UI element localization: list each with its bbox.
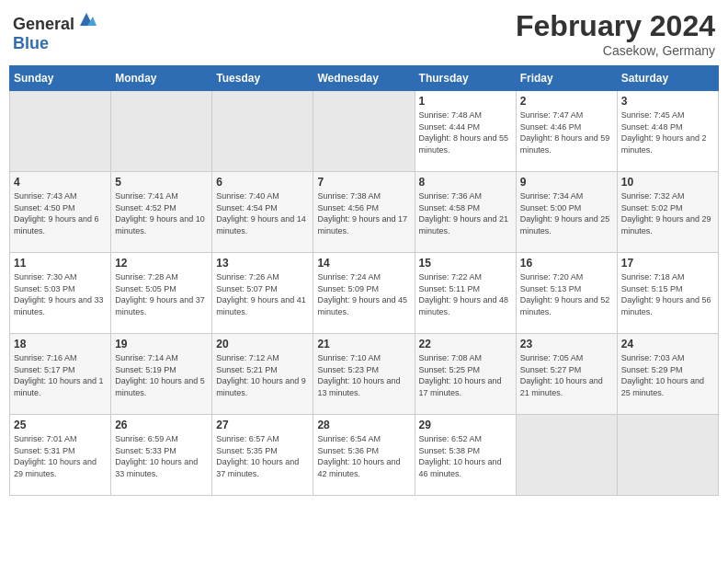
calendar-cell <box>313 91 415 172</box>
calendar-cell <box>111 91 212 172</box>
cell-info: Sunrise: 7:26 AM Sunset: 5:07 PM Dayligh… <box>216 271 309 317</box>
cell-info: Sunrise: 7:20 AM Sunset: 5:13 PM Dayligh… <box>520 271 613 317</box>
cell-info: Sunrise: 7:36 AM Sunset: 4:58 PM Dayligh… <box>419 190 512 236</box>
title-month: February 2024 <box>516 9 715 43</box>
calendar-cell: 13Sunrise: 7:26 AM Sunset: 5:07 PM Dayli… <box>212 253 313 334</box>
cell-info: Sunrise: 6:57 AM Sunset: 5:35 PM Dayligh… <box>216 433 309 479</box>
day-number: 26 <box>115 419 208 431</box>
cell-info: Sunrise: 6:52 AM Sunset: 5:38 PM Dayligh… <box>419 433 512 479</box>
cell-info: Sunrise: 7:18 AM Sunset: 5:15 PM Dayligh… <box>621 271 714 317</box>
calendar-cell <box>617 415 718 496</box>
calendar-week-2: 4Sunrise: 7:43 AM Sunset: 4:50 PM Daylig… <box>10 172 719 253</box>
logo-text-blue: Blue <box>13 34 49 52</box>
calendar-week-1: 1Sunrise: 7:48 AM Sunset: 4:44 PM Daylig… <box>10 91 719 172</box>
calendar-cell: 27Sunrise: 6:57 AM Sunset: 5:35 PM Dayli… <box>212 415 313 496</box>
calendar-cell: 12Sunrise: 7:28 AM Sunset: 5:05 PM Dayli… <box>111 253 212 334</box>
calendar-cell <box>212 91 313 172</box>
calendar-cell: 8Sunrise: 7:36 AM Sunset: 4:58 PM Daylig… <box>415 172 516 253</box>
day-number: 17 <box>621 257 714 270</box>
cell-info: Sunrise: 7:48 AM Sunset: 4:44 PM Dayligh… <box>419 109 512 155</box>
day-number: 10 <box>621 176 714 189</box>
cell-info: Sunrise: 7:10 AM Sunset: 5:23 PM Dayligh… <box>317 352 410 398</box>
title-block: February 2024 Casekow, Germany <box>516 9 715 58</box>
calendar-cell: 24Sunrise: 7:03 AM Sunset: 5:29 PM Dayli… <box>617 334 718 415</box>
day-number: 4 <box>14 176 107 189</box>
cell-info: Sunrise: 7:32 AM Sunset: 5:02 PM Dayligh… <box>621 190 714 236</box>
day-header-tuesday: Tuesday <box>212 66 313 91</box>
day-number: 25 <box>14 419 107 431</box>
cell-info: Sunrise: 7:30 AM Sunset: 5:03 PM Dayligh… <box>14 271 107 317</box>
calendar-cell: 23Sunrise: 7:05 AM Sunset: 5:27 PM Dayli… <box>516 334 617 415</box>
calendar-cell: 14Sunrise: 7:24 AM Sunset: 5:09 PM Dayli… <box>313 253 415 334</box>
day-number: 3 <box>621 95 714 108</box>
calendar-cell <box>10 91 111 172</box>
day-number: 18 <box>14 338 107 350</box>
cell-info: Sunrise: 7:47 AM Sunset: 4:46 PM Dayligh… <box>520 109 613 155</box>
cell-info: Sunrise: 7:12 AM Sunset: 5:21 PM Dayligh… <box>216 352 309 398</box>
day-number: 9 <box>520 176 613 189</box>
calendar-cell: 2Sunrise: 7:47 AM Sunset: 4:46 PM Daylig… <box>516 91 617 172</box>
calendar-cell: 20Sunrise: 7:12 AM Sunset: 5:21 PM Dayli… <box>212 334 313 415</box>
day-number: 28 <box>317 419 410 431</box>
cell-info: Sunrise: 7:41 AM Sunset: 4:52 PM Dayligh… <box>115 190 208 236</box>
day-header-thursday: Thursday <box>415 66 516 91</box>
calendar-week-5: 25Sunrise: 7:01 AM Sunset: 5:31 PM Dayli… <box>10 415 719 496</box>
day-header-monday: Monday <box>111 66 212 91</box>
day-header-saturday: Saturday <box>617 66 718 91</box>
day-number: 23 <box>520 338 613 350</box>
day-number: 21 <box>317 338 410 350</box>
calendar-week-3: 11Sunrise: 7:30 AM Sunset: 5:03 PM Dayli… <box>10 253 719 334</box>
calendar-cell: 9Sunrise: 7:34 AM Sunset: 5:00 PM Daylig… <box>516 172 617 253</box>
calendar-cell: 7Sunrise: 7:38 AM Sunset: 4:56 PM Daylig… <box>313 172 415 253</box>
cell-info: Sunrise: 6:54 AM Sunset: 5:36 PM Dayligh… <box>317 433 410 479</box>
calendar-cell: 6Sunrise: 7:40 AM Sunset: 4:54 PM Daylig… <box>212 172 313 253</box>
day-number: 1 <box>419 95 512 108</box>
cell-info: Sunrise: 6:59 AM Sunset: 5:33 PM Dayligh… <box>115 433 208 479</box>
calendar-header-row: SundayMondayTuesdayWednesdayThursdayFrid… <box>10 66 719 91</box>
day-number: 15 <box>419 257 512 270</box>
calendar-cell: 18Sunrise: 7:16 AM Sunset: 5:17 PM Dayli… <box>10 334 111 415</box>
calendar-cell: 5Sunrise: 7:41 AM Sunset: 4:52 PM Daylig… <box>111 172 212 253</box>
calendar-cell <box>516 415 617 496</box>
cell-info: Sunrise: 7:16 AM Sunset: 5:17 PM Dayligh… <box>14 352 107 398</box>
day-number: 12 <box>115 257 208 270</box>
calendar-cell: 10Sunrise: 7:32 AM Sunset: 5:02 PM Dayli… <box>617 172 718 253</box>
day-number: 5 <box>115 176 208 189</box>
day-number: 2 <box>520 95 613 108</box>
day-number: 13 <box>216 257 309 270</box>
day-number: 29 <box>419 419 512 431</box>
cell-info: Sunrise: 7:03 AM Sunset: 5:29 PM Dayligh… <box>621 352 714 398</box>
cell-info: Sunrise: 7:14 AM Sunset: 5:19 PM Dayligh… <box>115 352 208 398</box>
calendar-cell: 21Sunrise: 7:10 AM Sunset: 5:23 PM Dayli… <box>313 334 415 415</box>
calendar-cell: 17Sunrise: 7:18 AM Sunset: 5:15 PM Dayli… <box>617 253 718 334</box>
calendar-cell: 19Sunrise: 7:14 AM Sunset: 5:19 PM Dayli… <box>111 334 212 415</box>
cell-info: Sunrise: 7:45 AM Sunset: 4:48 PM Dayligh… <box>621 109 714 155</box>
cell-info: Sunrise: 7:28 AM Sunset: 5:05 PM Dayligh… <box>115 271 208 317</box>
logo-icon <box>76 9 97 29</box>
calendar-cell: 28Sunrise: 6:54 AM Sunset: 5:36 PM Dayli… <box>313 415 415 496</box>
title-location: Casekow, Germany <box>516 43 715 58</box>
day-number: 14 <box>317 257 410 270</box>
day-number: 27 <box>216 419 309 431</box>
cell-info: Sunrise: 7:34 AM Sunset: 5:00 PM Dayligh… <box>520 190 613 236</box>
day-number: 6 <box>216 176 309 189</box>
cell-info: Sunrise: 7:43 AM Sunset: 4:50 PM Dayligh… <box>14 190 107 236</box>
calendar-body: 1Sunrise: 7:48 AM Sunset: 4:44 PM Daylig… <box>10 91 719 496</box>
day-header-wednesday: Wednesday <box>313 66 415 91</box>
calendar-cell: 22Sunrise: 7:08 AM Sunset: 5:25 PM Dayli… <box>415 334 516 415</box>
day-number: 16 <box>520 257 613 270</box>
cell-info: Sunrise: 7:38 AM Sunset: 4:56 PM Dayligh… <box>317 190 410 236</box>
calendar-cell: 3Sunrise: 7:45 AM Sunset: 4:48 PM Daylig… <box>617 91 718 172</box>
day-number: 7 <box>317 176 410 189</box>
cell-info: Sunrise: 7:24 AM Sunset: 5:09 PM Dayligh… <box>317 271 410 317</box>
calendar-week-4: 18Sunrise: 7:16 AM Sunset: 5:17 PM Dayli… <box>10 334 719 415</box>
calendar-cell: 4Sunrise: 7:43 AM Sunset: 4:50 PM Daylig… <box>10 172 111 253</box>
day-number: 22 <box>419 338 512 350</box>
calendar-cell: 25Sunrise: 7:01 AM Sunset: 5:31 PM Dayli… <box>10 415 111 496</box>
calendar-cell: 16Sunrise: 7:20 AM Sunset: 5:13 PM Dayli… <box>516 253 617 334</box>
page-header: General Blue February 2024 Casekow, Germ… <box>9 9 719 58</box>
calendar-cell: 11Sunrise: 7:30 AM Sunset: 5:03 PM Dayli… <box>10 253 111 334</box>
calendar-cell: 15Sunrise: 7:22 AM Sunset: 5:11 PM Dayli… <box>415 253 516 334</box>
calendar-cell: 1Sunrise: 7:48 AM Sunset: 4:44 PM Daylig… <box>415 91 516 172</box>
calendar-cell: 29Sunrise: 6:52 AM Sunset: 5:38 PM Dayli… <box>415 415 516 496</box>
